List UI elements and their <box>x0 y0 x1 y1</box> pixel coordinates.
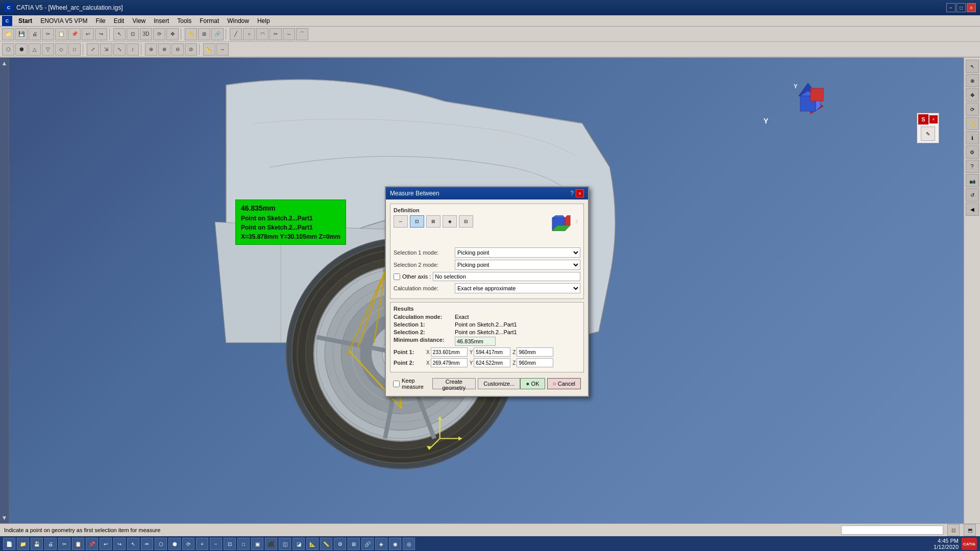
taskbar-save[interactable]: 💾 <box>31 538 43 550</box>
other-axis-checkbox[interactable] <box>394 273 400 280</box>
tb-trim[interactable]: ✂ <box>270 28 282 40</box>
tb2-1[interactable]: ⬡ <box>2 43 14 56</box>
taskbar-redo[interactable]: ↪ <box>113 538 126 550</box>
taskbar-measure2[interactable]: 📏 <box>320 538 332 550</box>
taskbar-view2[interactable]: ▣ <box>251 538 263 550</box>
rp-help[interactable]: ? <box>966 160 979 173</box>
tb-cut[interactable]: ✂ <box>42 28 54 40</box>
def-icon-4[interactable]: ◈ <box>443 215 457 228</box>
taskbar-new[interactable]: 📄 <box>3 538 15 550</box>
tb-fillet[interactable]: ⌒ <box>296 28 308 40</box>
menu-tools[interactable]: Tools <box>173 16 195 26</box>
tb2-10[interactable]: ↕ <box>127 43 139 56</box>
tb-line[interactable]: ╱ <box>230 28 242 40</box>
maximize-btn[interactable]: □ <box>957 3 966 12</box>
rp-measure[interactable]: 📏 <box>966 117 979 130</box>
taskbar-view3[interactable]: ⬛ <box>265 538 277 550</box>
menu-enovia[interactable]: ENOVIA V5 VPM <box>36 16 91 26</box>
rp-settings[interactable]: ⚙ <box>966 145 979 159</box>
tb-open[interactable]: 📁 <box>2 28 14 40</box>
res-min-dist-input[interactable] <box>455 337 496 346</box>
def-icon-1[interactable]: ↔ <box>394 215 408 228</box>
taskbar-rotate[interactable]: ⟳ <box>182 538 194 550</box>
menu-edit[interactable]: Edit <box>110 16 129 26</box>
tb2-11[interactable]: ⊕ <box>145 43 157 56</box>
taskbar-sketch[interactable]: ✏ <box>141 538 153 550</box>
tb2-9[interactable]: ⤡ <box>113 43 126 56</box>
def-icon-3[interactable]: ⊞ <box>426 215 440 228</box>
viewport[interactable]: Y 46.835mm Point on Sketch.2...Part1 Poi… <box>9 58 964 523</box>
cancel-btn[interactable]: ○ Cancel <box>547 378 581 389</box>
taskbar-paste[interactable]: 📌 <box>86 538 98 550</box>
taskbar-3d2[interactable]: ⬢ <box>168 538 181 550</box>
tb-paste[interactable]: 📌 <box>68 28 81 40</box>
taskbar-print[interactable]: 🖨 <box>44 538 57 550</box>
taskbar-3d1[interactable]: ⬡ <box>155 538 167 550</box>
tb-extend[interactable]: ↔ <box>283 28 295 40</box>
left-arrow-up[interactable]: ▲ <box>2 58 8 69</box>
tb-grid[interactable]: ⊞ <box>198 28 210 40</box>
menu-format[interactable]: Format <box>195 16 223 26</box>
tb-pan[interactable]: ✥ <box>166 28 179 40</box>
menu-help[interactable]: Help <box>253 16 274 26</box>
taskbar-view4[interactable]: ◫ <box>279 538 291 550</box>
taskbar-misc3[interactable]: ◎ <box>403 538 415 550</box>
tb-undo[interactable]: ↩ <box>82 28 94 40</box>
rp-refresh[interactable]: ↺ <box>966 188 979 202</box>
close-btn[interactable]: × <box>967 3 976 12</box>
def-icon-2[interactable]: ⊡ <box>410 215 424 228</box>
tb2-13[interactable]: ⊖ <box>172 43 184 56</box>
p1-x-input[interactable] <box>431 347 468 357</box>
tb-select[interactable]: ↖ <box>113 28 126 40</box>
other-axis-input[interactable] <box>433 272 580 281</box>
tb-copy[interactable]: 📋 <box>55 28 67 40</box>
keep-measure-checkbox[interactable] <box>393 381 400 387</box>
tb2-8[interactable]: ⇲ <box>100 43 112 56</box>
tb2-5[interactable]: ◇ <box>55 43 67 56</box>
tb-print[interactable]: 🖨 <box>29 28 41 40</box>
tb2-14[interactable]: ⊘ <box>185 43 197 56</box>
dialog-help-btn[interactable]: ? <box>570 190 574 197</box>
menu-start[interactable]: Start <box>14 16 36 26</box>
taskbar-select[interactable]: ↖ <box>127 538 139 550</box>
taskbar-settings[interactable]: ⚙ <box>334 538 346 550</box>
rp-select[interactable]: ↖ <box>966 60 979 73</box>
taskbar-copy[interactable]: 📋 <box>72 538 84 550</box>
taskbar-misc2[interactable]: ◉ <box>389 538 401 550</box>
tb-redo[interactable]: ↪ <box>95 28 107 40</box>
sel1-mode-select[interactable]: Picking point <box>455 247 580 258</box>
taskbar-zoom-in[interactable]: + <box>196 538 208 550</box>
tb2-6[interactable]: □ <box>68 43 81 56</box>
p1-z-input[interactable] <box>517 347 553 357</box>
tb-circle[interactable]: ○ <box>243 28 255 40</box>
rp-pan[interactable]: ✥ <box>966 88 979 102</box>
dialog-close-btn[interactable]: × <box>576 189 584 197</box>
rp-rotate[interactable]: ⟳ <box>966 103 979 116</box>
tb2-3[interactable]: △ <box>29 43 41 56</box>
taskbar-cut[interactable]: ✂ <box>58 538 70 550</box>
status-icon1[interactable]: ⊡ <box>947 524 960 536</box>
mini-s-icon[interactable]: ✎ <box>921 127 935 141</box>
taskbar-zoom-out[interactable]: − <box>210 538 222 550</box>
rp-arrow[interactable]: ◀ <box>966 203 979 216</box>
p2-y-input[interactable] <box>474 358 510 367</box>
menu-insert[interactable]: Insert <box>150 16 173 26</box>
menu-window[interactable]: Window <box>223 16 253 26</box>
sel2-mode-select[interactable]: Picking point <box>455 260 580 270</box>
p2-z-input[interactable] <box>517 358 553 367</box>
tb-rotate[interactable]: ⟳ <box>153 28 165 40</box>
tb2-12[interactable]: ⊗ <box>158 43 170 56</box>
menu-view[interactable]: View <box>128 16 150 26</box>
tb-arc[interactable]: ◠ <box>256 28 268 40</box>
taskbar-zoom-fit[interactable]: ⊡ <box>224 538 236 550</box>
taskbar-grid[interactable]: ⊞ <box>348 538 360 550</box>
ok-btn[interactable]: ● OK <box>520 378 545 389</box>
taskbar-view5[interactable]: ◪ <box>292 538 305 550</box>
tb-3d[interactable]: 3D <box>140 28 152 40</box>
left-arrow-down[interactable]: ▼ <box>2 512 8 523</box>
taskbar-measure1[interactable]: 📐 <box>306 538 318 550</box>
taskbar-misc1[interactable]: ◈ <box>375 538 387 550</box>
tb-save[interactable]: 💾 <box>15 28 28 40</box>
tb2-measure[interactable]: 📐 <box>203 43 215 56</box>
tb-zoom-fit[interactable]: ⊡ <box>127 28 139 40</box>
